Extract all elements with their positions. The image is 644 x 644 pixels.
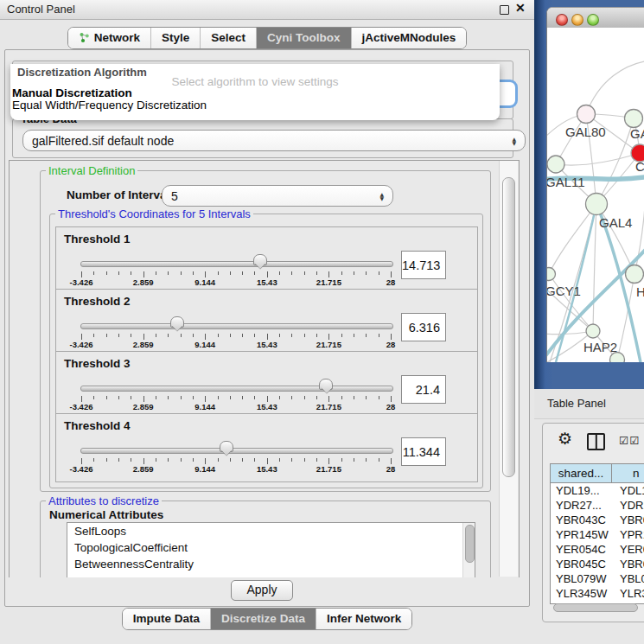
table-cell[interactable]: YDR27... xyxy=(551,498,612,513)
settings-scrollbar[interactable] xyxy=(499,161,518,577)
table-row[interactable]: YDL19...YDL1 xyxy=(551,483,644,498)
network-window-titlebar[interactable] xyxy=(547,8,644,29)
list-scrollbar[interactable] xyxy=(462,523,475,579)
close-icon[interactable]: ✕ xyxy=(515,1,526,15)
slider-track[interactable] xyxy=(80,323,393,329)
network-view-window[interactable]: GAL80 GA C GAL11 GAL4 GCY1 H HAP2 xyxy=(546,7,644,362)
tick-mark xyxy=(131,396,131,399)
column-header-name[interactable]: n xyxy=(612,464,644,482)
table-cell[interactable]: YDR2 xyxy=(612,498,644,513)
split-columns-icon[interactable] xyxy=(587,433,605,450)
table-row[interactable]: YBR043CYBR0 xyxy=(551,513,644,527)
tab-network[interactable]: Network xyxy=(68,28,150,48)
table-row[interactable]: YBL079WYBL0 xyxy=(551,571,644,586)
algorithm-item-equal-width[interactable]: Equal Width/Frequency Discretization xyxy=(12,99,207,112)
tick-mark xyxy=(291,334,292,337)
apply-button[interactable]: Apply xyxy=(231,580,293,601)
slider-track[interactable] xyxy=(80,386,393,392)
tab-select[interactable]: Select xyxy=(200,28,256,48)
table-horizontal-scrollbar-thumb[interactable] xyxy=(553,603,638,612)
node-attribute-table[interactable]: shared... n YDL19...YDL1YDR27...YDR2YBR0… xyxy=(550,463,644,604)
tab-infer-network[interactable]: Infer Network xyxy=(316,609,411,629)
close-traffic-light-icon[interactable] xyxy=(556,14,568,26)
list-scrollbar-thumb[interactable] xyxy=(465,525,475,563)
slider-track[interactable] xyxy=(80,448,393,454)
table-cell[interactable]: YPR1 xyxy=(612,527,644,542)
node-table-body: YDL19...YDL1YDR27...YDR2YBR043CYBR0YPR14… xyxy=(551,483,644,604)
attribute-list-item[interactable]: TopologicalCoefficient xyxy=(67,539,475,556)
tick-label: 15.43 xyxy=(257,277,277,287)
float-window-icon[interactable] xyxy=(500,5,509,15)
tab-jactivemnodules[interactable]: jActiveMNodules xyxy=(351,28,467,48)
network-node[interactable] xyxy=(586,194,608,215)
network-node[interactable] xyxy=(586,324,600,338)
table-cell[interactable]: YLR345W xyxy=(551,586,612,601)
network-node[interactable] xyxy=(547,156,564,173)
table-header-row: shared... n xyxy=(551,464,644,483)
tick-mark xyxy=(304,334,305,337)
table-cell[interactable]: YBR0 xyxy=(612,557,644,571)
table-row[interactable]: YLR345WYLR3 xyxy=(551,586,644,601)
table-cell[interactable]: YBL0 xyxy=(612,571,644,586)
table-cell[interactable]: YDL1 xyxy=(612,483,644,498)
tab-style[interactable]: Style xyxy=(150,28,200,48)
network-node[interactable] xyxy=(626,265,644,284)
table-cell[interactable]: YER0 xyxy=(612,542,644,557)
attribute-list-item[interactable]: SelfLoops xyxy=(67,523,475,539)
slider-thumb[interactable] xyxy=(220,441,233,457)
select-columns-icon[interactable]: ☑☑ xyxy=(619,434,640,447)
threshold-value-field[interactable]: 21.4 xyxy=(401,375,446,404)
table-cell[interactable]: YER054C xyxy=(551,542,612,557)
threshold-value-field[interactable]: 14.713 xyxy=(401,251,446,279)
network-canvas[interactable]: GAL80 GA C GAL11 GAL4 GCY1 H HAP2 xyxy=(547,28,644,362)
slider-thumb[interactable] xyxy=(170,316,184,333)
table-cell[interactable]: YBR045C xyxy=(551,557,612,571)
table-cell[interactable]: YPR145W xyxy=(551,527,612,542)
tick-mark xyxy=(230,396,231,399)
algorithm-item-manual[interactable]: Manual Discretization xyxy=(12,86,132,99)
table-row[interactable]: YER054CYER0 xyxy=(551,542,644,557)
attribute-list-item[interactable]: BetweennessCentrality xyxy=(67,556,475,572)
threshold-value-field[interactable]: 6.316 xyxy=(401,313,446,341)
tick-mark xyxy=(230,334,231,337)
tick-mark xyxy=(291,271,292,275)
minimize-traffic-light-icon[interactable] xyxy=(571,14,583,26)
table-horizontal-scrollbar[interactable] xyxy=(553,603,641,611)
tick-mark xyxy=(328,458,329,464)
tick-label: 15.43 xyxy=(257,402,277,411)
number-of-intervals-label: Number of Intervals xyxy=(67,188,176,201)
table-cell[interactable]: YBR043C xyxy=(551,513,612,527)
table-cell[interactable]: YBL079W xyxy=(551,571,612,586)
tab-discretize-data[interactable]: Discretize Data xyxy=(210,609,316,629)
slider-track[interactable] xyxy=(80,261,393,267)
column-header-shared-name[interactable]: shared... xyxy=(551,464,612,482)
network-node[interactable] xyxy=(625,110,643,128)
tick-mark xyxy=(143,396,144,402)
tab-impute-data[interactable]: Impute Data xyxy=(123,609,210,629)
tick-label: 15.43 xyxy=(257,464,277,474)
gear-icon[interactable]: ⚙ xyxy=(558,429,572,448)
network-node[interactable] xyxy=(577,105,596,124)
number-of-intervals-combobox[interactable]: 5 ▲▼ xyxy=(162,185,393,207)
thresholds-group: Threshold's Coordinates for 5 Intervals … xyxy=(49,214,483,488)
tick-label: 28 xyxy=(386,402,396,411)
table-row[interactable]: YDR27...YDR2 xyxy=(551,498,644,513)
tick-mark xyxy=(366,396,367,399)
network-node[interactable] xyxy=(547,268,556,281)
tick-mark xyxy=(81,334,82,340)
table-row[interactable]: YBR045CYBR0 xyxy=(551,557,644,571)
table-cell[interactable]: YBR0 xyxy=(612,513,644,527)
table-data-combobox[interactable]: galFiltered.sif default node ▲▼ xyxy=(22,130,526,151)
tick-label: -3.426 xyxy=(70,464,93,474)
table-row[interactable]: YPR145WYPR1 xyxy=(551,527,644,542)
table-cell[interactable]: YDL19... xyxy=(551,483,612,498)
slider-thumb[interactable] xyxy=(319,379,333,395)
table-cell[interactable]: YLR3 xyxy=(612,586,644,601)
threshold-value-field[interactable]: 11.344 xyxy=(401,437,446,466)
zoom-traffic-light-icon[interactable] xyxy=(587,14,599,26)
settings-scrollbar-thumb[interactable] xyxy=(502,177,515,477)
tab-cyni-toolbox[interactable]: Cyni Toolbox xyxy=(256,28,351,48)
slider-thumb[interactable] xyxy=(253,254,267,271)
numerical-attributes-list[interactable]: SelfLoopsTopologicalCoefficientBetweenne… xyxy=(67,522,475,579)
tick-mark xyxy=(181,396,182,399)
